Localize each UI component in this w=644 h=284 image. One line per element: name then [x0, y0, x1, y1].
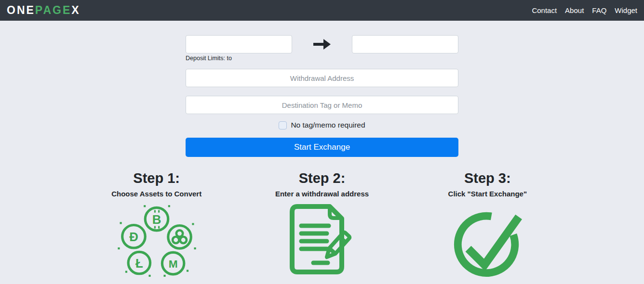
arrow-cell [292, 35, 352, 53]
document-pencil-icon [283, 203, 361, 276]
nav-link-widget[interactable]: Widget [615, 6, 637, 14]
logo-part-page: PAGE [35, 4, 71, 16]
check-circle-icon [449, 203, 525, 279]
svg-text:Ł: Ł [135, 257, 143, 270]
step-1: Step 1: Choose Assets to Convert B Đ [74, 170, 239, 277]
nav-link-about[interactable]: About [565, 6, 584, 14]
step-3: Step 3: Click "Start Exchange" [405, 170, 570, 277]
logo-part-x: X [71, 4, 80, 16]
crypto-assets-icon: B Đ Ł M [116, 203, 197, 277]
step-1-title: Step 1: [74, 170, 239, 186]
deposit-limits-label: Deposit Limits: to [186, 55, 292, 62]
to-currency-input[interactable] [352, 35, 458, 53]
no-tag-row: No tag/memo required [186, 121, 458, 129]
start-exchange-button[interactable]: Start Exchange [186, 138, 458, 157]
no-tag-checkbox[interactable] [279, 121, 287, 129]
top-navbar: ONEPAGEX Contact About FAQ Widget [0, 0, 644, 21]
nav-links: Contact About FAQ Widget [523, 6, 637, 14]
svg-text:B: B [152, 213, 161, 226]
arrow-right-icon [312, 37, 332, 52]
currency-row: Deposit Limits: to [186, 35, 458, 62]
nav-link-contact[interactable]: Contact [532, 6, 557, 14]
steps-section: Step 1: Choose Assets to Convert B Đ [74, 170, 570, 277]
destination-tag-input[interactable] [186, 96, 458, 114]
brand-logo[interactable]: ONEPAGEX [7, 4, 80, 17]
exchange-form: Deposit Limits: to No tag/memo required … [186, 35, 458, 157]
svg-text:Đ: Đ [129, 230, 138, 244]
from-currency-input[interactable] [186, 35, 292, 53]
from-currency-cell: Deposit Limits: to [186, 35, 292, 62]
withdrawal-address-input[interactable] [186, 69, 458, 87]
to-currency-cell [352, 35, 458, 53]
logo-part-one: ONE [7, 4, 35, 16]
step-3-subtitle: Click "Start Exchange" [405, 190, 570, 198]
step-1-subtitle: Choose Assets to Convert [74, 190, 239, 198]
no-tag-label[interactable]: No tag/memo required [291, 121, 365, 129]
step-2-subtitle: Enter a withdrawal address [239, 190, 404, 198]
svg-text:M: M [168, 258, 177, 270]
step-2-title: Step 2: [239, 170, 404, 186]
step-3-title: Step 3: [405, 170, 570, 186]
step-2: Step 2: Enter a withdrawal address [239, 170, 404, 277]
nav-link-faq[interactable]: FAQ [592, 6, 606, 14]
